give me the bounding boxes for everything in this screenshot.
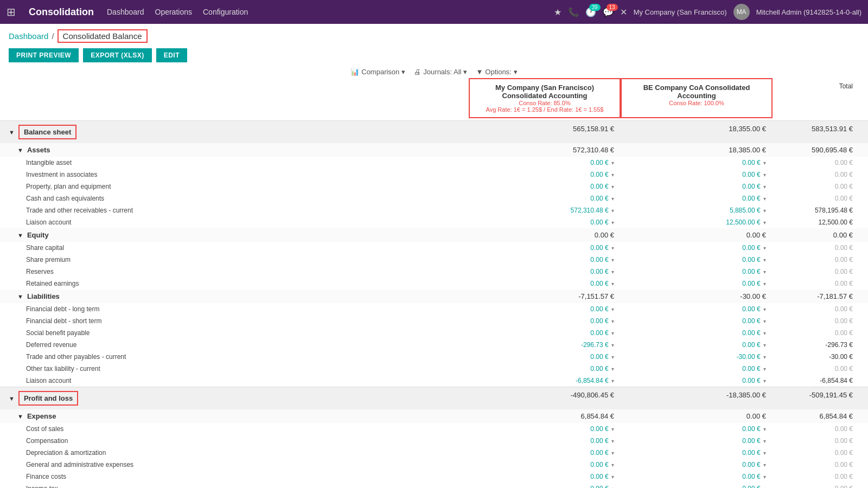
dropdown-arrow[interactable]: ▾: [763, 318, 766, 324]
breadcrumb-dashboard[interactable]: Dashboard: [9, 31, 48, 41]
table-row: Share capital 0.00 € ▾ 0.00 € ▾ 0.00 €: [0, 242, 868, 254]
table-row: Retained earnings 0.00 € ▾ 0.00 € ▾ 0.00…: [0, 278, 868, 290]
dropdown-arrow[interactable]: ▾: [763, 474, 766, 480]
dropdown-arrow2: ▾: [463, 68, 467, 76]
close-icon[interactable]: ✕: [620, 7, 627, 17]
dropdown-arrow[interactable]: ▾: [611, 378, 614, 384]
profit-loss-total-c2: -18,385.00 €: [621, 387, 773, 409]
balance-sheet-title: Balance sheet: [18, 125, 76, 139]
equity-label[interactable]: ▼ Equity: [9, 228, 469, 242]
col-header-company1: My Company (San Francisco) Consolidated …: [469, 78, 621, 118]
dropdown-arrow[interactable]: ▾: [611, 462, 614, 468]
table-row: Social benefit payable 0.00 € ▾ 0.00 € ▾…: [0, 327, 868, 339]
table-row: Income tax 0.00 € ▾ 0.00 € ▾ 0.00 €: [0, 483, 868, 488]
dropdown-arrow[interactable]: ▾: [763, 208, 766, 214]
profit-loss-label[interactable]: ▼ Profit and loss: [9, 387, 469, 409]
dropdown-arrow[interactable]: ▾: [611, 208, 614, 214]
data-table: ▼ Balance sheet 565,158.91 € 18,355.00 €…: [0, 120, 868, 488]
dropdown-arrow[interactable]: ▾: [611, 245, 614, 251]
dropdown-arrow[interactable]: ▾: [611, 184, 614, 190]
table-row: Depreciation & amortization 0.00 € ▾ 0.0…: [0, 447, 868, 459]
dropdown-arrow[interactable]: ▾: [611, 474, 614, 480]
dropdown-arrow[interactable]: ▾: [611, 172, 614, 178]
dropdown-arrow[interactable]: ▾: [763, 306, 766, 312]
expand-expense-icon[interactable]: ▼: [17, 413, 23, 420]
chat-icon[interactable]: 💬13: [603, 7, 614, 17]
balance-sheet-label[interactable]: ▼ Balance sheet: [9, 121, 469, 143]
dropdown-arrow[interactable]: ▾: [763, 354, 766, 360]
dropdown-arrow[interactable]: ▾: [763, 269, 766, 275]
breadcrumb: Dashboard / Consolidated Balance: [0, 24, 868, 45]
dropdown-arrow[interactable]: ▾: [611, 196, 614, 202]
col-header-company2: BE Company CoA Consolidated Accounting C…: [621, 78, 773, 118]
dropdown-arrow[interactable]: ▾: [611, 450, 614, 456]
dropdown-arrow[interactable]: ▾: [611, 330, 614, 336]
dropdown-arrow[interactable]: ▾: [763, 378, 766, 384]
dropdown-arrow[interactable]: ▾: [611, 281, 614, 287]
dropdown-arrow[interactable]: ▾: [763, 281, 766, 287]
expense-label[interactable]: ▼ Expense: [9, 409, 469, 423]
expand-assets-icon[interactable]: ▼: [17, 147, 23, 153]
assets-label[interactable]: ▼ Assets: [9, 143, 469, 157]
table-row: Property, plan and equipment 0.00 € ▾ 0.…: [0, 181, 868, 192]
expand-equity-icon[interactable]: ▼: [17, 232, 23, 239]
print-preview-button[interactable]: PRINT PREVIEW: [9, 48, 79, 62]
printer-icon: 🖨: [414, 68, 421, 76]
nav-operations[interactable]: Operations: [155, 8, 192, 16]
liabilities-group: ▼ Liabilities -7,151.57 € -30.00 € -7,18…: [0, 290, 868, 303]
dropdown-arrow[interactable]: ▾: [763, 450, 766, 456]
grid-icon[interactable]: ⊞: [7, 5, 16, 18]
expand-liabilities-icon[interactable]: ▼: [17, 293, 23, 300]
dropdown-arrow[interactable]: ▾: [763, 462, 766, 468]
expand-pl-icon[interactable]: ▼: [9, 395, 15, 402]
dropdown-arrow[interactable]: ▾: [763, 184, 766, 190]
star-icon[interactable]: ★: [554, 7, 561, 17]
dropdown-arrow[interactable]: ▾: [611, 269, 614, 275]
dropdown-arrow[interactable]: ▾: [611, 486, 614, 488]
dropdown-arrow[interactable]: ▾: [611, 257, 614, 263]
dropdown-arrow[interactable]: ▾: [611, 354, 614, 360]
dropdown-arrow[interactable]: ▾: [611, 306, 614, 312]
dropdown-arrow[interactable]: ▾: [611, 220, 614, 226]
nav-configuration[interactable]: Configuration: [203, 8, 248, 16]
dropdown-arrow[interactable]: ▾: [611, 342, 614, 348]
dropdown-arrow[interactable]: ▾: [611, 318, 614, 324]
dropdown-arrow[interactable]: ▾: [763, 342, 766, 348]
dropdown-arrow[interactable]: ▾: [763, 438, 766, 444]
profit-loss-total: -509,191.45 €: [773, 387, 859, 409]
avatar[interactable]: MA: [733, 4, 750, 20]
dropdown-arrow[interactable]: ▾: [611, 438, 614, 444]
options-filter[interactable]: ▼ Options: ▾: [476, 68, 517, 76]
dropdown-arrow[interactable]: ▾: [611, 366, 614, 372]
dropdown-arrow[interactable]: ▾: [763, 257, 766, 263]
table-row: Compensation 0.00 € ▾ 0.00 € ▾ 0.00 €: [0, 435, 868, 447]
dropdown-arrow[interactable]: ▾: [763, 366, 766, 372]
dropdown-arrow[interactable]: ▾: [763, 220, 766, 226]
company1-rate: Conso Rate: 85.0%: [474, 100, 615, 106]
table-row: Cash and cash equivalents 0.00 € ▾ 0.00 …: [0, 192, 868, 204]
dropdown-arrow[interactable]: ▾: [611, 160, 614, 166]
dropdown-arrow[interactable]: ▾: [763, 426, 766, 432]
dropdown-arrow[interactable]: ▾: [763, 245, 766, 251]
expand-icon[interactable]: ▼: [9, 129, 15, 136]
dropdown-arrow[interactable]: ▾: [763, 196, 766, 202]
company2-name: BE Company CoA Consolidated Accounting: [626, 84, 767, 100]
dropdown-arrow[interactable]: ▾: [611, 426, 614, 432]
edit-button[interactable]: EDIT: [156, 48, 187, 62]
journals-filter[interactable]: 🖨 Journals: All ▾: [414, 68, 467, 76]
dropdown-arrow[interactable]: ▾: [763, 486, 766, 488]
filter-icon: ▼: [476, 68, 483, 76]
company-name: My Company (San Francisco): [634, 8, 727, 16]
dropdown-arrow[interactable]: ▾: [763, 330, 766, 336]
dropdown-arrow[interactable]: ▾: [763, 160, 766, 166]
liabilities-label[interactable]: ▼ Liabilities: [9, 290, 469, 303]
clock-icon[interactable]: 🕐39: [585, 7, 596, 17]
app-name: Consolidation: [29, 7, 94, 18]
dropdown-arrow[interactable]: ▾: [763, 172, 766, 178]
nav-dashboard[interactable]: Dashboard: [107, 8, 144, 16]
table-row: Deferred revenue -296.73 € ▾ 0.00 € ▾ -2…: [0, 339, 868, 351]
export-xlsx-button[interactable]: EXPORT (XLSX): [83, 48, 152, 62]
comparison-filter[interactable]: 📊 Comparison ▾: [350, 68, 405, 76]
table-row: Reserves 0.00 € ▾ 0.00 € ▾ 0.00 €: [0, 266, 868, 278]
phone-icon[interactable]: 📞: [568, 7, 579, 17]
